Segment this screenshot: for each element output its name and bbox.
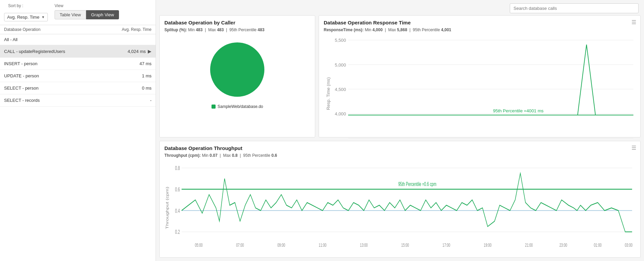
col-time-header: Avg. Resp. Time — [122, 27, 152, 32]
svg-text:09:00: 09:00 — [278, 242, 285, 248]
all-row[interactable]: All - All — [0, 34, 156, 45]
col-operation-header: Database Operation — [4, 27, 40, 32]
svg-text:21:00: 21:00 — [525, 242, 533, 248]
sort-label: Sort by : — [8, 3, 23, 8]
row-value: 47 ms — [140, 61, 152, 66]
pie-chart — [207, 39, 268, 100]
pie-container: SampleWeb/database.do — [164, 36, 310, 109]
svg-text:4,000: 4,000 — [335, 111, 346, 116]
row-time: 4,024 ms — [128, 49, 146, 54]
table-row[interactable]: CALL - updateRegisteredUsers 4,024 ms ▶ — [0, 45, 156, 58]
row-name: UPDATE - person — [4, 73, 39, 78]
table-row[interactable]: INSERT - person 47 ms — [0, 58, 156, 70]
svg-text:0.6: 0.6 — [175, 187, 180, 193]
row-value: - — [150, 98, 152, 103]
response-line-chart: Resp. Time (ms) 5,500 5,000 4,500 4,000 — [324, 36, 636, 153]
view-toggle: Table View Graph View — [55, 10, 119, 19]
svg-text:Throughput (cpm): Throughput (cpm) — [165, 187, 169, 229]
legend-label: SampleWeb/database.do — [218, 104, 263, 109]
throughput-line-chart: Throughput (cpm) 0.8 0.6 0.4 0.2 95t — [164, 163, 636, 253]
right-panel: Database Operation by Caller Splitup (%)… — [156, 0, 644, 261]
svg-text:0.8: 0.8 — [175, 165, 180, 171]
svg-text:95th Percentile =4001 ms: 95th Percentile =4001 ms — [493, 108, 544, 113]
sort-row: Sort by : — [4, 3, 48, 11]
response-svg: Resp. Time (ms) 5,500 5,000 4,500 4,000 — [324, 36, 636, 152]
svg-text:5,000: 5,000 — [335, 62, 346, 68]
svg-text:0.2: 0.2 — [175, 229, 180, 235]
svg-text:4,500: 4,500 — [335, 87, 346, 92]
menu-icon-throughput[interactable]: ☰ — [631, 145, 636, 151]
sort-value: Avg. Resp. Time — [7, 15, 39, 20]
row-name: SELECT - records — [4, 98, 40, 103]
svg-text:11:00: 11:00 — [319, 242, 326, 248]
svg-point-0 — [210, 42, 264, 97]
row-value: 1 ms — [142, 73, 152, 78]
table-headers: Database Operation Avg. Resp. Time — [0, 25, 156, 34]
table-row[interactable]: UPDATE - person 1 ms — [0, 70, 156, 82]
caller-chart-stats: Splitup (%): Min 483 | Max 483 | 95th Pe… — [164, 27, 310, 32]
caller-chart-title: Database Operation by Caller — [164, 20, 310, 25]
row-value: 4,024 ms ▶ — [128, 49, 152, 54]
throughput-chart-card: ☰ Database Operation Throughput Throughp… — [159, 141, 641, 258]
svg-text:0.4: 0.4 — [175, 208, 180, 214]
svg-text:23:00: 23:00 — [560, 242, 567, 248]
svg-text:15:00: 15:00 — [401, 242, 409, 248]
top-controls: Sort by : Avg. Resp. Time ▼ View Table V… — [0, 3, 156, 25]
svg-text:13:00: 13:00 — [360, 242, 368, 248]
svg-text:05:00: 05:00 — [195, 242, 203, 248]
graph-view-button[interactable]: Graph View — [86, 10, 119, 19]
row-name: SELECT - person — [4, 86, 39, 91]
table-row[interactable]: SELECT - person 0 ms — [0, 82, 156, 94]
svg-text:95th Percentile =0.6 cpm: 95th Percentile =0.6 cpm — [398, 181, 437, 187]
svg-text:03:00: 03:00 — [625, 242, 632, 248]
top-charts: Database Operation by Caller Splitup (%)… — [159, 15, 641, 137]
table-view-button[interactable]: Table View — [55, 10, 86, 19]
response-chart-title: Database Operation Response Time — [324, 20, 636, 25]
row-value: 0 ms — [142, 86, 152, 91]
search-input[interactable] — [510, 3, 639, 13]
svg-text:5,500: 5,500 — [335, 38, 346, 43]
throughput-svg: Throughput (cpm) 0.8 0.6 0.4 0.2 95t — [164, 163, 636, 253]
row-name: CALL - updateRegisteredUsers — [4, 49, 65, 54]
response-chart-stats: ResponseTime (ms): Min 4,000 | Max 5,868… — [324, 27, 636, 32]
svg-text:01:00: 01:00 — [594, 242, 602, 248]
table-row[interactable]: SELECT - records - — [0, 94, 156, 107]
svg-text:Resp. Time (ms): Resp. Time (ms) — [326, 77, 331, 110]
chevron-down-icon: ▼ — [41, 15, 45, 19]
legend-color — [212, 105, 216, 109]
table-rows: CALL - updateRegisteredUsers 4,024 ms ▶ … — [0, 45, 156, 261]
svg-text:19:00: 19:00 — [484, 242, 491, 248]
view-label: View — [55, 3, 116, 8]
svg-text:07:00: 07:00 — [236, 242, 244, 248]
throughput-chart-stats: Throughput (cpm): Min 0.07 | Max 0.8 | 9… — [164, 153, 636, 158]
chevron-right-icon: ▶ — [148, 49, 152, 54]
search-bar-row — [156, 0, 644, 15]
response-chart-card: ☰ Database Operation Response Time Respo… — [319, 15, 641, 137]
sort-select[interactable]: Avg. Resp. Time ▼ — [4, 13, 48, 21]
menu-icon[interactable]: ☰ — [631, 19, 636, 25]
pie-legend: SampleWeb/database.do — [212, 104, 263, 109]
svg-text:17:00: 17:00 — [443, 242, 450, 248]
row-name: INSERT - person — [4, 61, 38, 66]
caller-chart-card: Database Operation by Caller Splitup (%)… — [159, 15, 315, 137]
charts-container: Database Operation by Caller Splitup (%)… — [156, 15, 644, 261]
left-panel: Sort by : Avg. Resp. Time ▼ View Table V… — [0, 0, 156, 261]
throughput-chart-title: Database Operation Throughput — [164, 145, 636, 151]
